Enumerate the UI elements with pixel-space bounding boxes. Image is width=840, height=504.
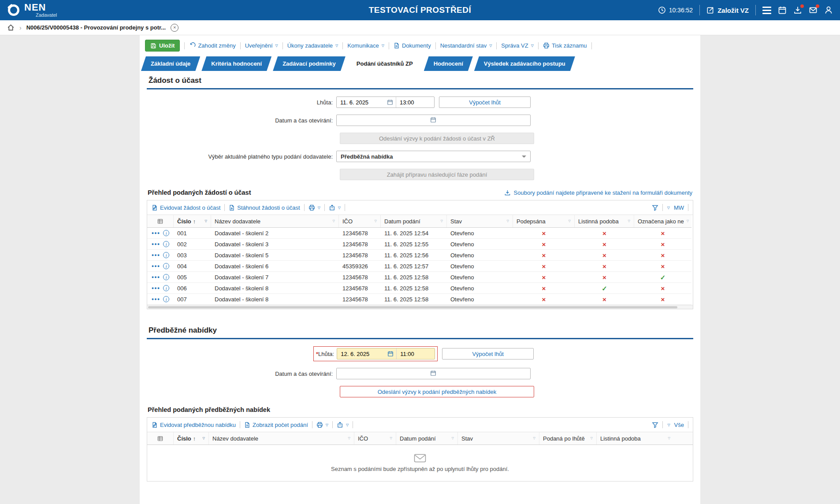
table-row[interactable]: ●●● i 007 Dodavatel - školení 8 12345678… [147,294,691,305]
column-header[interactable]: Podepsána ↑ ▽ [513,215,575,227]
row-info-icon[interactable]: i [163,274,169,280]
column-header[interactable]: IČO ↑ ▽ [354,432,396,445]
calendar-icon[interactable] [427,117,439,123]
row-info-icon[interactable]: i [163,285,169,291]
calc-deadlines-button[interactable]: Výpočet lhůt [442,348,534,359]
contracting-actions-menu[interactable]: Úkony zadavatele▽ [287,42,338,49]
submission-type-select[interactable]: Předběžná nabídka [336,151,531,162]
caret-down-icon[interactable]: ▽ [667,206,670,210]
column-filter-icon[interactable]: ▽ [200,437,205,440]
column-filter-icon[interactable]: ▽ [330,219,335,223]
column-filter-icon[interactable]: ▽ [438,219,443,223]
column-header[interactable]: Stav ↑ ▽ [447,215,513,227]
calc-deadlines-button[interactable]: Výpočet lhůt [439,96,531,108]
table-row[interactable]: ●●● i 005 Dodavatel - školení 7 12345678… [147,272,691,283]
export-grid-button[interactable]: ▽ [337,422,349,428]
row-menu-icon[interactable]: ●●● [152,275,160,279]
row-menu-icon[interactable]: ●●● [152,297,160,301]
column-filter-icon[interactable]: ▽ [665,437,670,440]
tab[interactable]: Podání účastníků ZP [347,56,423,71]
column-filter-icon[interactable]: ▽ [346,437,350,440]
calendar-icon[interactable] [384,99,396,105]
table-row[interactable]: ●●● i 002 Dodavatel - školení 3 12345678… [147,239,691,250]
table-row[interactable]: ●●● i 003 Dodavatel - školení 5 12345678… [147,250,691,261]
start-next-phase-button[interactable]: Zahájit přípravu následující fáze podání [340,169,534,180]
tab[interactable]: Výsledek zadávacího postupu [474,56,575,71]
row-menu-icon[interactable]: ●●● [152,286,160,290]
discard-changes-button[interactable]: Zahodit změny [189,42,235,49]
horizontal-scrollbar[interactable] [147,305,693,309]
column-header[interactable]: Číslo ↑ ▽ [174,215,211,227]
column-header[interactable]: Podaná po lhůtě ↑ ▽ [539,432,597,445]
filter-icon[interactable] [652,204,658,211]
select-column-header[interactable] [147,432,174,445]
row-info-icon[interactable]: i [163,230,169,236]
show-submission-count-button[interactable]: Zobrazit počet podání [244,422,308,428]
print-grid-button[interactable]: ▽ [316,422,328,428]
grid2-view-label[interactable]: Vše [674,422,684,428]
save-button[interactable]: Uložit [145,40,180,52]
table-row[interactable]: ●●● i 001 Dodavatel - školení 2 12345678… [147,228,691,239]
tab[interactable]: Základní údaje [141,56,200,71]
column-header[interactable]: Název dodavatele ↑ ▽ [211,215,339,227]
column-filter-icon[interactable]: ▽ [625,219,630,223]
register-request-button[interactable]: Evidovat žádost o účast [152,204,220,211]
print-grid-button[interactable]: ▽ [308,204,320,211]
send-participation-request-button[interactable]: Odeslání výzvy k podání žádosti o účast … [340,133,534,144]
calendar-icon[interactable] [427,370,439,376]
column-filter-icon[interactable]: ▽ [566,219,571,223]
row-info-icon[interactable]: i [163,241,169,247]
tab[interactable]: Hodnocení [424,56,473,71]
column-filter-icon[interactable]: ▽ [504,219,509,223]
row-info-icon[interactable]: i [163,263,169,269]
table-row[interactable]: ●●● i 006 Dodavatel - školení 8 12345678… [147,283,691,294]
download-requests-button[interactable]: Stáhnout žádosti o účast [229,204,300,211]
column-filter-icon[interactable]: ▽ [531,437,535,440]
nen-logo-icon[interactable] [7,4,20,17]
opening-date-input[interactable] [337,368,425,379]
table-row[interactable]: ●●● i 004 Dodavatel - školení 6 45359326… [147,261,691,272]
column-filter-icon[interactable]: ▽ [588,437,593,440]
row-info-icon[interactable]: i [163,252,169,258]
tab[interactable]: Kritéria hodnocení [201,56,271,71]
register-offer-button[interactable]: Evidovat předběžnou nabídku [152,422,236,428]
column-filter-icon[interactable]: ▽ [372,219,377,223]
close-icon[interactable]: × [171,24,178,32]
calendar-icon[interactable] [385,351,396,357]
scrollbar-thumb[interactable] [148,306,677,308]
row-menu-icon[interactable]: ●●● [152,242,160,246]
column-header[interactable]: IČO ↑ ▽ [339,215,381,227]
caret-down-icon[interactable]: ▽ [667,423,670,427]
row-menu-icon[interactable]: ●●● [152,253,160,257]
home-icon[interactable] [7,24,15,31]
column-filter-icon[interactable]: ▽ [387,437,392,440]
column-header[interactable]: Listinná podoba ↑ ▽ [575,215,634,227]
column-header[interactable]: Označena jako ne ↑ ▽ [634,215,691,227]
column-header[interactable]: Datum podání ↑ ▽ [381,215,447,227]
row-menu-icon[interactable]: ●●● [152,231,160,235]
filter-icon[interactable] [652,422,658,428]
column-header[interactable]: Číslo ↑ ▽ [174,432,209,445]
deadline-time-input[interactable] [396,97,424,107]
create-vz-button[interactable]: Založit VZ [706,6,749,14]
tab[interactable]: Zadávací podmínky [273,56,346,71]
calendar-icon[interactable] [778,6,787,15]
column-filter-icon[interactable]: ▽ [684,219,689,223]
row-info-icon[interactable]: i [163,296,169,302]
submission-files-link[interactable]: Soubory podání najdete připravené ke sta… [504,189,692,196]
column-filter-icon[interactable]: ▽ [202,219,207,223]
downloads-icon[interactable] [793,6,802,15]
opening-date-input[interactable] [337,115,425,126]
publish-menu[interactable]: Uveřejnění▽ [245,42,278,49]
user-icon[interactable] [824,6,833,15]
column-header[interactable]: Název dodavatele ↑ ▽ [209,432,354,445]
select-column-header[interactable] [147,215,174,227]
vz-admin-menu[interactable]: Správa VZ▽ [501,42,534,49]
row-menu-icon[interactable]: ●●● [152,264,160,268]
send-preliminary-offers-call-button[interactable]: Odeslání výzvy k podání předběžných nabí… [340,386,534,397]
print-record-button[interactable]: Tisk záznamu [543,42,587,49]
column-header[interactable]: Datum podání ↑ ▽ [396,432,458,445]
documents-button[interactable]: Dokumenty [394,42,431,49]
column-header[interactable]: Stav ↑ ▽ [458,432,539,445]
export-grid-button[interactable]: ▽ [329,204,341,211]
